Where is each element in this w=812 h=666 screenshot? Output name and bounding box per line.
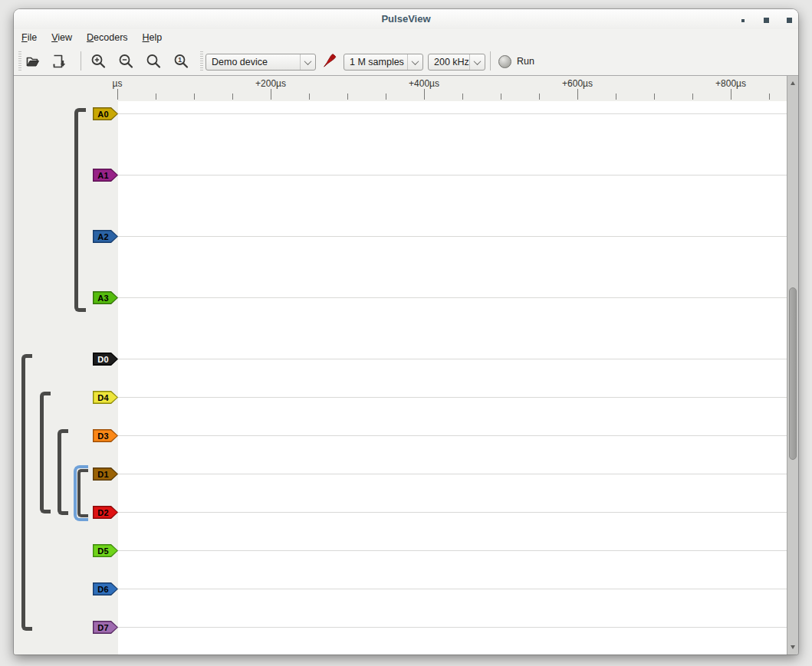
sample-count-select[interactable]: 1 M samples: [344, 54, 423, 71]
channel-tag-fill: D2: [94, 507, 117, 517]
toolbar-drag-handle[interactable]: [200, 51, 203, 71]
menu-help[interactable]: Help: [143, 32, 163, 43]
minimize-button[interactable]: [741, 19, 745, 22]
zoom-fit-button[interactable]: [144, 52, 163, 71]
menu-file[interactable]: File: [21, 32, 37, 43]
sample-rate-value: 200 kHz: [429, 57, 469, 67]
ruler-minor-tick: [156, 94, 156, 100]
time-ruler[interactable]: µs+200µs+400µs+600µs+800µs: [14, 76, 791, 101]
save-session-icon: [51, 53, 67, 70]
ruler-major-tick: [117, 89, 118, 100]
channel-tag-fill: D6: [94, 583, 117, 594]
trace-d7: [118, 627, 791, 628]
ruler-minor-tick: [386, 94, 386, 100]
vertical-scrollbar[interactable]: [787, 76, 798, 655]
zoom-in-icon: [90, 53, 107, 70]
channel-tag-label: A3: [97, 294, 108, 303]
ruler-label: µs: [113, 78, 123, 89]
ruler-minor-tick: [692, 94, 693, 100]
run-state-icon: [498, 55, 511, 68]
ruler-minor-tick: [194, 94, 195, 100]
ruler-major-tick: [731, 89, 731, 100]
ruler-label: +400µs: [409, 78, 439, 89]
channel-tag-fill: A0: [94, 108, 117, 119]
open-button[interactable]: [24, 52, 42, 71]
channel-tag-label: A1: [97, 171, 108, 180]
ruler-label: +200µs: [255, 78, 286, 89]
save-session-button[interactable]: [50, 52, 68, 71]
channel-tag-fill: D7: [94, 622, 117, 632]
group-bracket-inner: [77, 469, 88, 517]
group-d1-d2[interactable]: [74, 465, 88, 521]
trace-a0: [118, 113, 791, 114]
trace-d1: [118, 474, 791, 474]
menu-view[interactable]: View: [51, 32, 72, 43]
configure-channels-button[interactable]: [320, 52, 338, 71]
channel-tag-fill: D4: [94, 392, 117, 402]
ruler-minor-tick: [501, 94, 501, 100]
channel-tag-fill: D5: [94, 545, 117, 556]
group-a0-a3[interactable]: [74, 108, 86, 312]
group-d4-d2[interactable]: [40, 392, 51, 513]
zoom-one-to-one-icon: 1: [173, 53, 189, 70]
channel-tag-label: D2: [97, 508, 108, 517]
channel-tag-fill: A2: [94, 231, 117, 241]
trace-d5: [118, 550, 791, 551]
ruler-minor-tick: [654, 94, 655, 100]
trace-a2: [118, 236, 791, 237]
ruler-major-tick: [424, 89, 425, 100]
pulseview-window: PulseView File View Decoders Help: [14, 9, 798, 655]
zoom-fit-icon: [145, 53, 162, 70]
toolbar-separator: [490, 51, 491, 71]
scroll-down-icon[interactable]: [791, 645, 795, 649]
trace-d6: [118, 589, 791, 589]
ruler-major-tick: [577, 89, 578, 100]
ruler-minor-tick: [769, 94, 770, 100]
toolbar-separator: [81, 51, 81, 71]
menu-bar: File View Decoders Help: [14, 29, 798, 46]
channel-tag-label: D1: [97, 470, 108, 479]
group-d0-d7[interactable]: [21, 354, 32, 631]
ruler-minor-tick: [309, 94, 310, 100]
channel-tag-label: D7: [97, 623, 108, 632]
trace-d2: [118, 512, 791, 513]
ruler-minor-tick: [347, 94, 348, 100]
trace-a3: [118, 297, 791, 298]
svg-text:1: 1: [178, 56, 182, 64]
run-button[interactable]: Run: [495, 52, 537, 71]
channel-tag-fill: D1: [94, 468, 117, 479]
scroll-up-icon[interactable]: [791, 81, 795, 85]
run-button-label: Run: [517, 56, 534, 67]
channel-tag-label: A0: [97, 110, 108, 119]
trace-view[interactable]: [118, 101, 791, 655]
toolbar-drag-handle[interactable]: [18, 51, 21, 71]
chevron-down-icon: [300, 54, 315, 70]
channel-tag-label: D5: [97, 546, 108, 556]
open-folder-icon: [25, 53, 41, 70]
zoom-out-icon: [117, 53, 134, 70]
group-d3-d2[interactable]: [58, 429, 68, 515]
ruler-minor-tick: [232, 94, 233, 100]
main-toolbar: 1 Demo device 1 M samples 200 kHz: [14, 46, 798, 76]
zoom-one-to-one-button[interactable]: 1: [172, 52, 190, 71]
zoom-out-button[interactable]: [117, 52, 135, 71]
probe-icon: [320, 52, 338, 71]
sample-count-value: 1 M samples: [344, 57, 407, 67]
menu-decoders[interactable]: Decoders: [87, 32, 128, 43]
ruler-minor-tick: [539, 94, 540, 100]
title-bar[interactable]: PulseView: [14, 9, 798, 29]
channel-tag-fill: A1: [94, 169, 117, 180]
chevron-down-icon: [469, 54, 485, 70]
zoom-in-button[interactable]: [89, 52, 107, 71]
maximize-button[interactable]: [764, 18, 769, 23]
channel-tag-label: D0: [97, 355, 108, 364]
device-select[interactable]: Demo device: [205, 54, 316, 71]
channel-tag-label: D6: [97, 585, 108, 594]
device-select-value: Demo device: [206, 57, 300, 67]
channel-tag-label: D3: [97, 431, 108, 441]
window-title: PulseView: [14, 13, 798, 25]
sample-rate-select[interactable]: 200 kHz: [428, 54, 485, 71]
channel-tag-fill: D3: [94, 430, 117, 441]
scrollbar-thumb[interactable]: [789, 287, 797, 460]
close-button[interactable]: [787, 18, 792, 23]
